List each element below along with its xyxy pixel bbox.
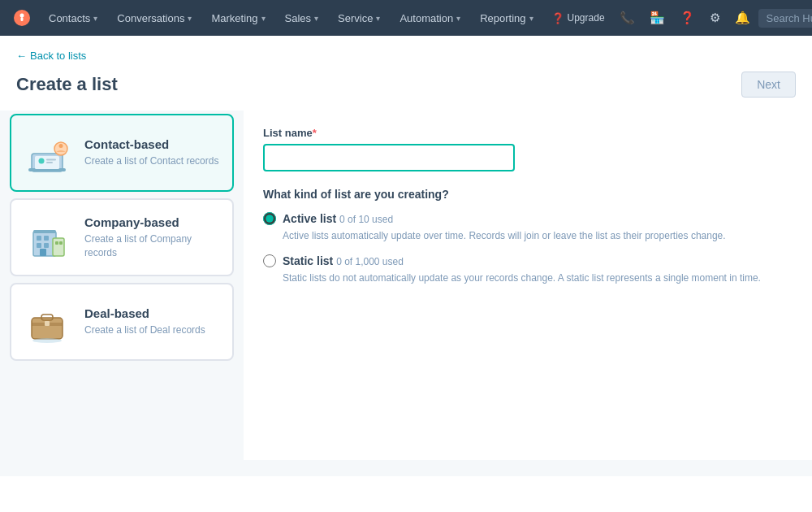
marketplace-icon-button[interactable]: 🏪: [643, 6, 672, 30]
static-list-label[interactable]: Static list 0 of 1,000 used: [283, 254, 404, 267]
nav-reporting[interactable]: Reporting ▾: [472, 7, 541, 29]
static-list-badge: 0 of 1,000 used: [336, 256, 404, 267]
contact-based-info: Contact-based Create a list of Contact r…: [84, 137, 218, 168]
kind-label: What kind of list are you creating?: [263, 188, 793, 201]
contact-based-description: Create a list of Contact records: [84, 154, 218, 168]
list-name-input[interactable]: [263, 144, 515, 171]
svg-rect-13: [44, 236, 49, 241]
svg-rect-8: [46, 162, 53, 163]
company-based-info: Company-based Create a list of Company r…: [84, 215, 219, 260]
static-list-option: Static list 0 of 1,000 used Static lists…: [263, 254, 793, 285]
chevron-down-icon: ▾: [93, 14, 97, 23]
chevron-down-icon: ▾: [376, 14, 380, 23]
top-navigation: Contacts ▾ Conversations ▾ Marketing ▾ S…: [0, 0, 812, 36]
svg-rect-2: [21, 17, 24, 21]
svg-rect-16: [40, 249, 46, 256]
next-button[interactable]: Next: [741, 72, 796, 98]
svg-rect-18: [53, 238, 64, 256]
back-to-lists-link[interactable]: ← Back to lists: [16, 50, 86, 62]
active-list-badge: 0 of 10 used: [339, 214, 393, 225]
svg-rect-7: [46, 158, 56, 160]
contact-based-title: Contact-based: [84, 137, 218, 151]
settings-icon-button[interactable]: ⚙: [703, 6, 727, 30]
page-title: Create a list: [16, 74, 118, 95]
static-list-radio[interactable]: [263, 254, 276, 267]
svg-point-25: [32, 338, 62, 343]
svg-point-1: [20, 14, 24, 18]
svg-rect-15: [44, 243, 49, 248]
svg-rect-17: [33, 230, 56, 233]
company-based-card[interactable]: Company-based Create a list of Company r…: [10, 198, 234, 276]
deal-based-info: Deal-based Create a list of Deal records: [84, 306, 205, 337]
breadcrumb-area: ← Back to lists: [0, 36, 812, 65]
contact-based-icon: [24, 128, 73, 177]
svg-rect-20: [59, 241, 63, 245]
main-content: Contact-based Create a list of Contact r…: [0, 111, 812, 476]
active-list-option: Active list 0 of 10 used Active lists au…: [263, 212, 793, 243]
list-type-panel: Contact-based Create a list of Contact r…: [0, 111, 244, 460]
chevron-down-icon: ▾: [456, 14, 460, 23]
company-based-icon: [24, 213, 73, 262]
svg-rect-14: [37, 243, 41, 248]
svg-rect-24: [45, 321, 50, 326]
contact-based-card[interactable]: Contact-based Create a list of Contact r…: [10, 114, 234, 192]
chevron-down-icon: ▾: [529, 14, 533, 23]
back-arrow-icon: ←: [16, 50, 27, 62]
search-bar: 🔍: [758, 9, 812, 28]
deal-based-icon: [24, 297, 73, 346]
svg-rect-19: [55, 241, 58, 245]
list-name-label: List name*: [263, 127, 793, 139]
deal-based-card[interactable]: Deal-based Create a list of Deal records: [10, 283, 234, 361]
page-header: Create a list Next: [0, 65, 812, 111]
nav-service[interactable]: Service ▾: [330, 7, 388, 29]
chevron-down-icon: ▾: [188, 14, 192, 23]
svg-rect-21: [32, 318, 63, 339]
upgrade-button[interactable]: ❓ Upgrade: [545, 7, 611, 29]
static-list-description: Static lists do not automatically update…: [283, 271, 793, 285]
nav-automation[interactable]: Automation ▾: [391, 7, 469, 29]
company-based-title: Company-based: [84, 215, 219, 229]
help-icon-button[interactable]: ❓: [673, 6, 702, 30]
nav-sales[interactable]: Sales ▾: [277, 7, 327, 29]
company-based-description: Create a list of Company records: [84, 232, 219, 260]
required-indicator: *: [313, 127, 317, 139]
nav-conversations[interactable]: Conversations ▾: [109, 7, 200, 29]
deal-based-description: Create a list of Deal records: [84, 323, 205, 337]
svg-point-10: [59, 144, 63, 148]
nav-contacts[interactable]: Contacts ▾: [41, 7, 106, 29]
deal-based-title: Deal-based: [84, 306, 205, 320]
svg-point-6: [39, 158, 45, 163]
right-panel: List name* What kind of list are you cre…: [244, 111, 812, 460]
svg-rect-12: [37, 236, 41, 241]
hubspot-logo[interactable]: [13, 9, 31, 27]
chevron-down-icon: ▾: [261, 14, 266, 23]
nav-marketing[interactable]: Marketing ▾: [203, 7, 273, 29]
active-list-description: Active lists automatically update over t…: [283, 228, 793, 243]
breadcrumb-text: Back to lists: [30, 50, 86, 62]
phone-icon-button[interactable]: 📞: [613, 6, 641, 30]
active-list-radio[interactable]: [263, 212, 276, 225]
search-input[interactable]: [767, 12, 812, 24]
active-list-label[interactable]: Active list 0 of 10 used: [283, 212, 393, 225]
nav-right-section: ❓ Upgrade 📞 🏪 ❓ ⚙ 🔔 🔍 IS Inspired Spac ▾: [545, 2, 812, 33]
chevron-down-icon: ▾: [314, 14, 318, 23]
notifications-icon-button[interactable]: 🔔: [728, 6, 757, 30]
page-container: ← Back to lists Create a list Next: [0, 36, 812, 512]
